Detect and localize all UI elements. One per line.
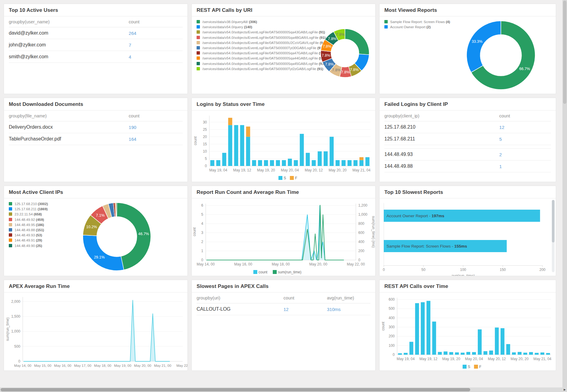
legend-swatch-icon (9, 218, 12, 221)
panel-title: APEX Average Run Time (4, 280, 187, 292)
report-run-line-chart[interactable]: 012345602004006008001,0001,200May 14, 00… (192, 199, 375, 276)
svg-text:10: 10 (203, 149, 207, 154)
svg-text:May 20, 00: May 20, 00 (134, 364, 151, 367)
svg-text:F: F (295, 176, 297, 180)
panel-scrollbar-thumb[interactable] (552, 200, 555, 242)
scroll-right-arrow-icon[interactable]: ▶ (562, 387, 567, 392)
panel-title: Top 10 Active Users (4, 4, 187, 16)
svg-text:10.2%: 10.2% (86, 225, 97, 229)
legend-swatch-icon (9, 202, 12, 205)
legend-count: (1869) (38, 207, 48, 211)
column-header: groupby(uri) (197, 296, 284, 300)
svg-text:May 14, 00: May 14, 00 (197, 262, 215, 266)
svg-text:300: 300 (389, 325, 395, 329)
row-key: 125.17.68.210 (384, 124, 499, 130)
svg-text:May 22,: May 22, (177, 364, 187, 367)
panel-title: REST API Calls over Time (380, 280, 556, 292)
most-viewed-donut-chart[interactable]: 66.7%33.3% (465, 20, 536, 92)
svg-text:2: 2 (201, 240, 203, 244)
count-link[interactable]: 12 (284, 307, 327, 312)
count-link[interactable]: 190 (129, 125, 183, 130)
logins-status-bar-chart[interactable]: 051015202530May 19, 04May 19, 12May 19, … (192, 111, 375, 182)
svg-text:May 17, 00: May 17, 00 (74, 364, 91, 367)
count-link[interactable]: 164 (129, 137, 183, 142)
panel-scrollbar[interactable] (552, 200, 555, 272)
legend-swatch-icon (9, 228, 12, 231)
table-row: john@zylker.com7 (9, 39, 183, 51)
row-key: david@zylker.com (9, 30, 129, 36)
svg-text:May 19, 20: May 19, 20 (257, 168, 275, 172)
svg-text:0: 0 (201, 258, 203, 262)
column-header: groupby(client_ip) (384, 113, 499, 118)
svg-text:May 18, 00: May 18, 00 (272, 262, 290, 266)
table-header: groupby(client_ip)count (384, 110, 551, 121)
svg-text:1,200: 1,200 (358, 203, 367, 208)
apex-area-chart[interactable]: 05001,0001,5002,000May 14, 00May 15, 00M… (4, 293, 187, 370)
legend-count: (186) (36, 223, 44, 227)
svg-text:7.1%: 7.1% (96, 213, 105, 218)
active-ips-donut-chart[interactable]: 46.7%29.1%10.2%7.1% (81, 201, 152, 273)
svg-text:sum(run_time): sum(run_time) (278, 270, 301, 274)
svg-text:66.7%: 66.7% (519, 67, 530, 71)
svg-text:33.3%: 33.3% (472, 39, 482, 44)
count-link[interactable]: 12 (499, 125, 551, 130)
table-row: CALLOUT-LOG12310ms (197, 303, 370, 315)
svg-text:20: 20 (203, 135, 207, 139)
svg-text:count: count (193, 136, 197, 145)
count-link[interactable]: 1 (499, 164, 551, 169)
rest-api-uri-donut-chart[interactable]: 7.8%7.8%7.8%7.8%7.8%7.8%7.8%7.8% (318, 26, 372, 82)
svg-text:May 21, 04: May 21, 04 (533, 357, 552, 361)
legend-label: 23.22.11.54 (15, 212, 34, 216)
count-link[interactable]: 264 (129, 31, 183, 36)
legend-swatch-icon (197, 36, 200, 39)
legend-count: (2) (427, 25, 431, 29)
svg-text:May 15, 00: May 15, 00 (34, 364, 51, 367)
vertical-scrollbar-thumb[interactable] (563, 1, 566, 104)
svg-text:May 20, 12: May 20, 12 (488, 357, 506, 361)
legend-label: /services/data/v54.0/sobjects/EventLogFi… (202, 30, 319, 34)
svg-text:count: count (258, 270, 268, 274)
panel-slowest-reports: Top 10 Slowest Reports 050100150200avg(r… (379, 186, 556, 276)
rest-api-time-bar-chart[interactable]: 0100200300400500600May 19, 04May 19, 12M… (380, 293, 556, 370)
count-link[interactable]: 7 (129, 42, 183, 48)
svg-text:3: 3 (201, 231, 203, 235)
legend-swatch-icon (197, 46, 200, 49)
svg-text:May 14, 00: May 14, 00 (14, 364, 32, 367)
svg-text:600: 600 (358, 231, 364, 235)
slowest-pages-table: groupby(uri)countavg(run_time)CALLOUT-LO… (192, 292, 375, 315)
svg-text:200: 200 (358, 249, 364, 253)
svg-text:sum(run_time): sum(run_time) (5, 317, 10, 341)
count-link[interactable]: 2 (499, 152, 551, 157)
legend-label: Sample Flow Report: Screen Flows (390, 20, 446, 24)
svg-text:15: 15 (203, 142, 207, 146)
panel-most-active-ips: Most Active Client IPs 125.17.68.210 (30… (4, 186, 188, 276)
svg-text:1,000: 1,000 (11, 329, 20, 333)
vertical-scrollbar[interactable] (562, 0, 567, 387)
legend-swatch-icon (9, 244, 12, 247)
legend-label: 144.48.49.90 (15, 244, 36, 248)
svg-text:F: F (479, 365, 481, 369)
svg-text:count: count (192, 227, 197, 236)
panel-title: Logins by Status over Time (192, 98, 375, 110)
slowest-reports-hbar-chart[interactable]: 050100150200avg(run_time)Account Owner R… (380, 199, 550, 276)
row-key: john@zylker.com (9, 42, 129, 48)
downloads-table: groupby(file_name)countDeliveryOrders.do… (4, 110, 187, 145)
svg-text:500: 500 (14, 344, 20, 349)
svg-text:0: 0 (205, 164, 207, 168)
horizontal-scrollbar[interactable] (0, 387, 562, 392)
svg-text:Sample Flow Report: Screen Flo: Sample Flow Report: Screen Flows - 155ms (386, 244, 467, 248)
panel-top-active-users: Top 10 Active Users groupby(user_name)co… (4, 4, 188, 94)
legend-item[interactable]: /services/data/v38.0/queryAll/ (306) (197, 19, 370, 25)
count-link[interactable]: 4 (129, 54, 183, 59)
horizontal-scrollbar-thumb[interactable] (1, 388, 470, 391)
svg-text:May 20, 12: May 20, 12 (305, 168, 323, 172)
row-key: 125.17.68.211 (384, 136, 499, 142)
row-key: CALLOUT-LOG (197, 306, 284, 312)
panel-title: Most Viewed Reports (380, 4, 556, 16)
legend-swatch-icon (197, 41, 200, 44)
count-link[interactable]: 310ms (327, 307, 370, 312)
legend-label: /services/data/v54.0/query (202, 25, 244, 29)
panel-most-viewed-reports: Most Viewed Reports Sample Flow Report: … (379, 4, 556, 94)
table-header: groupby(user_name)count (9, 16, 183, 27)
count-link[interactable]: 5 (499, 137, 551, 142)
